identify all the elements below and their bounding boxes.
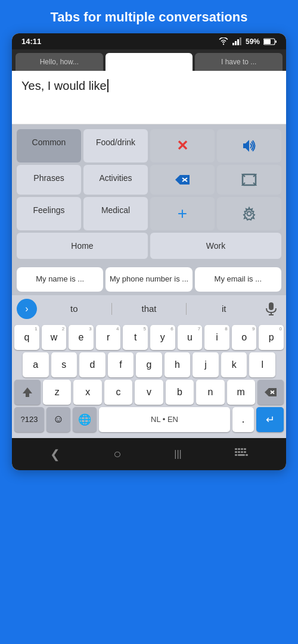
svg-rect-21 xyxy=(244,448,246,450)
category-grid: Common Food/drink ✕ Phrases Activities xyxy=(12,124,286,264)
svg-point-0 xyxy=(223,44,224,45)
num-hint-9: 9 xyxy=(252,326,254,332)
suggestion-it[interactable]: it xyxy=(189,300,259,317)
key-space[interactable]: NL • EN xyxy=(99,407,230,432)
key-w[interactable]: 2 w xyxy=(42,325,67,350)
phrase-email[interactable]: My email is ... xyxy=(195,267,281,292)
cat-feelings[interactable]: Feelings xyxy=(17,197,81,230)
phone-screen: 14:11 59% Hello, how... xyxy=(12,33,286,470)
typed-text: Yes, I would like xyxy=(21,79,107,92)
key-r[interactable]: 4 r xyxy=(96,325,121,350)
phrase-phone[interactable]: My phone number is ... xyxy=(105,267,192,292)
num-hint-6: 6 xyxy=(170,326,173,332)
status-time: 14:11 xyxy=(21,37,41,46)
key-h[interactable]: h xyxy=(164,352,191,377)
keyboard-area: 1 q 2 w 3 e 4 r 5 t 6 y xyxy=(12,323,286,438)
key-x[interactable]: x xyxy=(73,380,101,405)
key-dot[interactable]: . xyxy=(232,407,254,432)
mic-button[interactable] xyxy=(261,299,281,319)
key-d[interactable]: d xyxy=(79,352,105,377)
key-n[interactable]: n xyxy=(196,380,224,405)
key-c[interactable]: c xyxy=(104,380,132,405)
key-b[interactable]: b xyxy=(166,380,194,405)
key-p[interactable]: 0 p xyxy=(259,325,284,350)
sugg-divider-1 xyxy=(111,303,112,315)
key-u[interactable]: 7 u xyxy=(178,325,203,350)
key-y[interactable]: 6 y xyxy=(150,325,175,350)
svg-rect-1 xyxy=(232,43,234,45)
key-s[interactable]: s xyxy=(51,352,77,377)
key-row-2: a s d f g h j k l xyxy=(12,351,286,379)
num-hint-5: 5 xyxy=(144,326,146,332)
enter-icon: ↵ xyxy=(266,413,275,426)
num-hint-0: 0 xyxy=(280,326,282,332)
key-row-3: z x c v b n m xyxy=(12,379,286,406)
svg-rect-13 xyxy=(269,302,274,310)
suggestion-to[interactable]: to xyxy=(39,300,109,317)
key-shift[interactable] xyxy=(14,380,41,405)
shift-icon xyxy=(21,386,33,398)
svg-rect-18 xyxy=(235,448,237,450)
num-hint-1: 1 xyxy=(35,326,37,332)
key-o[interactable]: 9 o xyxy=(232,325,257,350)
globe-icon: 🌐 xyxy=(78,413,91,426)
chevron-down-icon: ❮ xyxy=(50,448,60,461)
phrase-name[interactable]: My name is ... xyxy=(17,267,103,292)
cat-work[interactable]: Work xyxy=(150,233,281,259)
key-g[interactable]: g xyxy=(136,352,162,377)
text-input-area[interactable]: Yes, I would like xyxy=(12,71,286,124)
tab-2-active[interactable] xyxy=(105,53,193,71)
svg-rect-4 xyxy=(240,37,241,45)
go-button[interactable]: › xyxy=(17,299,37,319)
svg-rect-6 xyxy=(264,39,271,44)
key-e[interactable]: 3 e xyxy=(69,325,94,350)
tab-bar: Hello, how... I have to ... xyxy=(12,49,286,71)
key-v[interactable]: v xyxy=(135,380,163,405)
key-m[interactable]: m xyxy=(227,380,255,405)
key-k[interactable]: k xyxy=(221,352,247,377)
cat-activities[interactable]: Activities xyxy=(83,165,148,195)
cat-phrases[interactable]: Phrases xyxy=(17,165,81,195)
key-f[interactable]: f xyxy=(108,352,134,377)
nav-recent-btn[interactable]: ||| xyxy=(162,446,193,462)
sound-icon xyxy=(241,139,257,153)
cat-backspace-btn[interactable] xyxy=(150,165,215,195)
close-icon: ✕ xyxy=(176,137,188,154)
phrase-bar: My name is ... My phone number is ... My… xyxy=(12,264,286,295)
cat-home[interactable]: Home xyxy=(17,233,148,259)
cat-food-drink[interactable]: Food/drink xyxy=(83,129,148,162)
key-z[interactable]: z xyxy=(43,380,71,405)
cat-add-btn[interactable]: + xyxy=(150,197,215,230)
key-enter[interactable]: ↵ xyxy=(256,407,284,432)
key-row-1: 1 q 2 w 3 e 4 r 5 t 6 y xyxy=(12,323,286,351)
cat-expand-btn[interactable] xyxy=(217,165,281,195)
key-a[interactable]: a xyxy=(23,352,49,377)
key-l[interactable]: l xyxy=(249,352,275,377)
keyboard-backspace-icon xyxy=(264,387,277,397)
nav-home-btn[interactable]: ○ xyxy=(101,444,133,464)
tab-1[interactable]: Hello, how... xyxy=(15,53,103,71)
chevron-right-icon: › xyxy=(25,304,28,314)
cat-sound-btn[interactable] xyxy=(217,129,281,162)
num-hint-4: 4 xyxy=(116,326,119,332)
key-i[interactable]: 8 i xyxy=(204,325,229,350)
key-123[interactable]: ?123 xyxy=(14,407,44,432)
gear-icon xyxy=(242,207,256,221)
key-j[interactable]: j xyxy=(193,352,219,377)
key-emoji[interactable]: ☺ xyxy=(46,407,70,432)
key-lang[interactable]: 🌐 xyxy=(73,407,97,432)
cat-close-btn[interactable]: ✕ xyxy=(150,129,215,162)
cat-common[interactable]: Common xyxy=(17,129,81,162)
cat-medical[interactable]: Medical xyxy=(83,197,148,230)
sugg-divider-2 xyxy=(186,303,187,315)
cat-settings-btn[interactable] xyxy=(217,197,281,230)
suggestion-bar: › to that it xyxy=(12,295,286,323)
key-keyboard-backspace[interactable] xyxy=(257,380,284,405)
nav-keyboard-btn[interactable] xyxy=(223,446,260,462)
nav-back-btn[interactable]: ❮ xyxy=(38,445,72,464)
tab-3[interactable]: I have to ... xyxy=(195,53,283,71)
key-q[interactable]: 1 q xyxy=(14,325,39,350)
key-t[interactable]: 5 t xyxy=(123,325,148,350)
suggestion-that[interactable]: that xyxy=(114,300,184,317)
svg-rect-24 xyxy=(241,451,243,453)
